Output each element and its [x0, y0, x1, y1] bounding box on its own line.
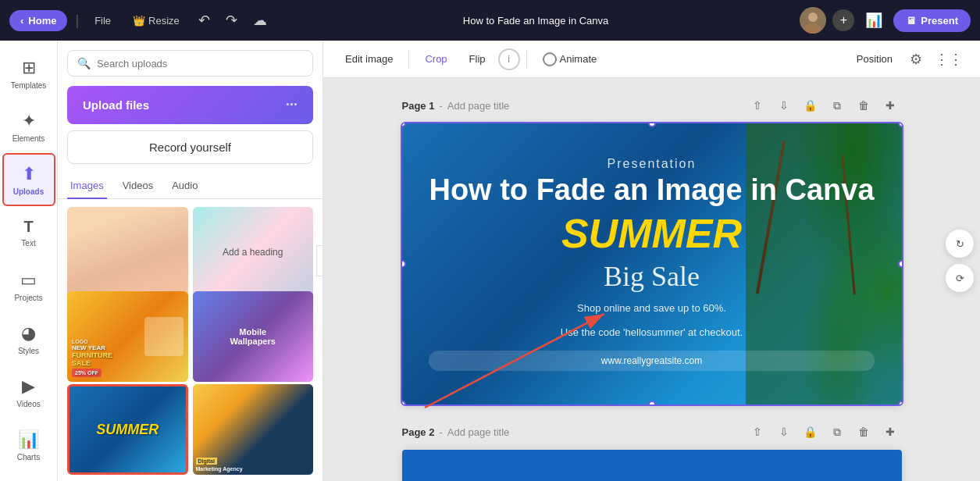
page-1-separator: - — [439, 100, 442, 112]
grid-icon[interactable]: ⋮⋮ — [930, 46, 968, 73]
tab-videos[interactable]: Videos — [119, 173, 157, 199]
crop-button[interactable]: Crop — [415, 48, 456, 69]
sidebar-item-videos[interactable]: ▶ Videos — [2, 365, 55, 419]
page2-down-button[interactable]: ⇩ — [772, 420, 796, 444]
page-up-button[interactable]: ⇧ — [746, 94, 769, 117]
adjust-icon[interactable]: ⚙ — [905, 46, 927, 73]
undo-button[interactable]: ↶ — [194, 7, 215, 34]
svg-point-0 — [808, 12, 818, 22]
page2-lock-button[interactable]: 🔒 — [799, 420, 822, 444]
file-button[interactable]: File — [87, 10, 119, 31]
page-1-header: Page 1 - Add page title ⇧ ⇩ 🔒 ⧉ 🗑 ✚ — [402, 94, 902, 117]
toolbar-divider — [408, 50, 409, 69]
home-button[interactable]: ‹ Home — [9, 10, 67, 31]
analytics-button[interactable]: 📊 — [861, 7, 887, 34]
page-2-actions: ⇧ ⇩ 🔒 ⧉ 🗑 ✚ — [746, 420, 902, 444]
charts-icon: 📊 — [18, 429, 39, 450]
canvas-scroll[interactable]: Page 1 - Add page title ⇧ ⇩ 🔒 ⧉ 🗑 ✚ — [323, 78, 980, 481]
add-collaborator-button[interactable]: + — [832, 9, 854, 31]
edit-image-label: Edit image — [345, 53, 393, 65]
delete-page-button[interactable]: 🗑 — [852, 94, 875, 117]
redo-button[interactable]: ↷ — [221, 7, 242, 34]
sidebar-item-label: Text — [21, 239, 35, 248]
flip-button[interactable]: Flip — [460, 48, 495, 69]
sidebar-item-label: Charts — [17, 453, 40, 461]
sidebar-item-templates[interactable]: ⊞ Templates — [2, 47, 55, 100]
nav-divider: | — [75, 12, 79, 29]
resize-label: Resize — [148, 15, 180, 27]
slide-title: How to Fade an Image in Canva — [429, 174, 874, 207]
canvas-toolbar: Edit image Crop Flip i Animate Position … — [323, 41, 980, 78]
navbar: ‹ Home | File 👑 Resize ↶ ↷ ☁ How to Fade… — [0, 0, 980, 41]
page2-delete-button[interactable]: 🗑 — [852, 420, 875, 444]
copy-page-button[interactable]: ⧉ — [825, 94, 849, 117]
tab-audio[interactable]: Audio — [169, 173, 201, 199]
add-page-button[interactable]: ✚ — [878, 94, 902, 117]
svg-point-1 — [805, 23, 821, 34]
page2-add-button[interactable]: ✚ — [878, 420, 902, 444]
list-item[interactable] — [67, 207, 188, 298]
animate-label: Animate — [560, 53, 597, 65]
info-button[interactable]: i — [498, 48, 520, 70]
sidebar-item-styles[interactable]: ◕ Styles — [2, 312, 55, 365]
more-options-icon[interactable]: ··· — [286, 97, 298, 113]
avatar — [800, 7, 826, 34]
canvas-slide-2[interactable] — [402, 450, 902, 481]
styles-icon: ◕ — [21, 323, 36, 344]
canvas-slide-1[interactable]: Presentation How to Fade an Image in Can… — [402, 123, 902, 404]
animate-button[interactable]: Animate — [533, 48, 607, 71]
sidebar-item-projects[interactable]: ▭ Projects — [2, 259, 55, 312]
page-1-title-area: Page 1 - Add page title — [402, 100, 510, 112]
selection-handle-br[interactable] — [898, 401, 902, 404]
canvas-area: Edit image Crop Flip i Animate Position … — [323, 41, 980, 481]
page-2-container: Page 2 - Add page title ⇧ ⇩ 🔒 ⧉ 🗑 ✚ — [402, 420, 902, 481]
monitor-icon: 🖥 — [906, 15, 916, 27]
save-cloud-button[interactable]: ☁ — [248, 7, 272, 34]
page-down-button[interactable]: ⇩ — [772, 94, 796, 117]
subtext-1: Shop online and save up to 60%. — [429, 302, 874, 314]
sidebar-item-uploads[interactable]: ⬆ Uploads — [2, 153, 55, 206]
text-icon: T — [23, 218, 33, 236]
tab-images[interactable]: Images — [67, 173, 107, 199]
upload-files-button[interactable]: Upload files ··· — [67, 86, 313, 124]
sidebar-item-label: Elements — [12, 134, 45, 143]
refresh-button[interactable]: ⟳ — [946, 264, 974, 292]
sidebar-item-charts[interactable]: 📊 Charts — [2, 419, 55, 472]
list-item[interactable]: Mobile Wallpapers — [193, 291, 314, 382]
selection-handle-bm[interactable] — [648, 401, 656, 404]
templates-icon: ⊞ — [22, 58, 36, 78]
list-item[interactable]: SUMMER — [67, 384, 188, 475]
list-item[interactable]: LOGO NEW YEAR FURNITURE SALE 25% OFF — [67, 291, 188, 382]
lock-button[interactable]: 🔒 — [799, 94, 822, 117]
main-layout: ⊞ Templates ✦ Elements ⬆ Uploads T Text … — [0, 41, 980, 481]
page-1-container: Page 1 - Add page title ⇧ ⇩ 🔒 ⧉ 🗑 ✚ — [402, 94, 902, 404]
edit-image-button[interactable]: Edit image — [336, 48, 402, 69]
ai-rotate-button[interactable]: ↻ — [946, 230, 974, 258]
panel-collapse-handle[interactable]: ‹ — [316, 245, 323, 276]
flip-label: Flip — [469, 53, 486, 65]
sidebar-item-label: Styles — [18, 347, 39, 355]
selection-handle-mr[interactable] — [898, 260, 902, 268]
page-1-label: Page 1 — [402, 100, 435, 112]
page2-copy-button[interactable]: ⧉ — [825, 420, 849, 444]
search-input[interactable] — [97, 58, 303, 69]
present-button[interactable]: 🖥 Present — [893, 9, 971, 32]
right-floating-buttons: ↻ ⟳ — [946, 230, 974, 292]
page-2-add-title[interactable]: Add page title — [447, 426, 510, 438]
sidebar-item-elements[interactable]: ✦ Elements — [2, 100, 55, 153]
page2-up-button[interactable]: ⇧ — [746, 420, 769, 444]
record-yourself-button[interactable]: Record yourself — [67, 130, 313, 164]
list-item[interactable]: Digital Marketing Agency — [193, 384, 314, 475]
page-2-title-area: Page 2 - Add page title — [402, 426, 510, 438]
list-item[interactable]: Add a heading — [193, 207, 314, 298]
videos-icon: ▶ — [22, 376, 35, 397]
resize-button[interactable]: 👑 Resize — [125, 10, 187, 31]
projects-icon: ▭ — [20, 270, 37, 290]
animate-icon — [543, 52, 557, 66]
position-button[interactable]: Position — [847, 48, 902, 69]
sidebar-item-text[interactable]: T Text — [2, 206, 55, 259]
subtext-2: Use the code 'hellosummer' at checkout. — [429, 326, 874, 338]
slide-2-content — [402, 450, 902, 481]
selection-handle-bl[interactable] — [402, 401, 406, 404]
page-1-add-title[interactable]: Add page title — [447, 100, 510, 112]
